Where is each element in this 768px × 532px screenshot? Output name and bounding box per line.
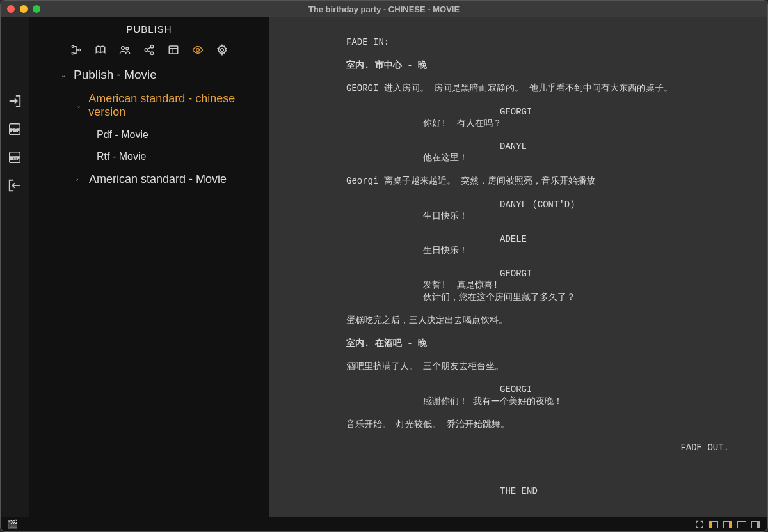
tree-item-pdf-movie[interactable]: Pdf - Movie (29, 124, 269, 146)
sidebar-title: PUBLISH (29, 24, 269, 35)
svg-point-8 (126, 47, 129, 50)
export-icon[interactable] (6, 177, 23, 194)
the-end: THE END (500, 485, 729, 497)
character-cue: ADELE (500, 233, 729, 245)
svg-text:RTF: RTF (10, 155, 20, 161)
dialogue-line: 你好! 有人在吗？ (423, 118, 652, 129)
character-cue: GEORGI (500, 384, 729, 395)
statusbar: 🎬 (1, 517, 767, 531)
svg-point-9 (150, 45, 154, 49)
tree-item-american-standard-movie[interactable]: › American standard - Movie (29, 168, 269, 191)
tree-icon[interactable] (70, 43, 83, 56)
eye-icon[interactable] (191, 43, 204, 56)
svg-point-11 (150, 52, 154, 55)
action-line: Georgi 离桌子越来越近。 突然，房间被照亮，音乐开始播放 (346, 175, 729, 187)
sidebar-toolbar (29, 40, 269, 63)
dialogue-line: 生日快乐！ (423, 210, 652, 222)
scene-heading: 室内. 在酒吧 - 晚 (346, 338, 729, 349)
character-cue: GEORGI (500, 268, 729, 279)
dialogue-line: 生日快乐！ (423, 245, 652, 256)
tree-item-american-standard-chinese[interactable]: ⌄ American standard - chinese version (29, 87, 269, 124)
clapperboard-icon[interactable]: 🎬 (7, 520, 17, 529)
sidebar: PUBLISH (29, 17, 269, 517)
chevron-right-icon: › (76, 176, 84, 183)
screenplay-preview: FADE IN: 室内. 市中心 - 晚 GEORGI 进入房间。 房间是黑暗而… (269, 17, 767, 517)
titlebar: The birthday party - CHINESE - MOVIE (1, 1, 767, 17)
share-icon[interactable] (143, 43, 156, 56)
tree-item-label: American standard - Movie (89, 173, 227, 186)
people-icon[interactable] (118, 43, 131, 56)
svg-point-6 (79, 49, 81, 51)
tree-item-label: Pdf - Movie (97, 129, 148, 141)
layout-left-panel-icon[interactable] (708, 520, 719, 529)
tree-item-rtf-movie[interactable]: Rtf - Movie (29, 146, 269, 168)
chevron-down-icon: ⌄ (61, 72, 68, 79)
scene-heading: 室内. 市中心 - 晚 (346, 59, 729, 71)
dialogue-line: 他在这里！ (423, 152, 652, 164)
dialogue-line: 发誓! 真是惊喜! 伙计们，您在这个房间里藏了多久了？ (423, 279, 652, 302)
fade-out: FADE OUT. (308, 442, 729, 453)
character-cue: GEORGI (500, 106, 729, 118)
window-close-button[interactable] (7, 5, 15, 13)
window-title: The birthday party - CHINESE - MOVIE (1, 4, 767, 14)
svg-point-4 (72, 45, 74, 47)
layout-right-panel-alt-icon[interactable] (751, 520, 761, 529)
layout-single-icon[interactable] (737, 520, 747, 529)
pdf-icon[interactable]: PDF (6, 121, 23, 137)
action-line: 酒吧里挤满了人。 三个朋友去柜台坐。 (346, 361, 729, 372)
rtf-icon[interactable]: RTF (6, 149, 23, 166)
left-rail: PDF RTF (1, 17, 29, 517)
tree-item-label: American standard - chinese version (88, 92, 263, 119)
svg-point-10 (145, 49, 148, 52)
svg-rect-12 (169, 46, 178, 54)
window-minimize-button[interactable] (20, 5, 28, 13)
tree-item-label: Publish - Movie (74, 68, 157, 82)
svg-point-13 (196, 49, 200, 52)
svg-point-7 (122, 47, 125, 50)
svg-text:PDF: PDF (10, 127, 20, 133)
tree-item-publish-movie[interactable]: ⌄ Publish - Movie (29, 63, 269, 87)
chevron-down-icon: ⌄ (76, 102, 83, 109)
window-maximize-button[interactable] (33, 5, 40, 13)
tree-item-label: Rtf - Movie (97, 151, 146, 162)
svg-point-14 (221, 49, 224, 52)
fade-in: FADE IN: (346, 36, 729, 48)
publish-tree: ⌄ Publish - Movie ⌄ American standard - … (29, 63, 269, 191)
import-icon[interactable] (6, 93, 23, 109)
action-line: GEORGI 进入房间。 房间是黑暗而寂静的。 他几乎看不到中间有大东西的桌子。 (346, 82, 729, 94)
character-cue: DANYL (CONT'D) (500, 199, 729, 210)
action-line: 蛋糕吃完之后，三人决定出去喝点饮料。 (346, 315, 729, 326)
layout-right-panel-icon[interactable] (723, 520, 733, 529)
dialogue-line: 感谢你们！ 我有一个美好的夜晚！ (423, 396, 652, 407)
gear-icon[interactable] (216, 43, 228, 56)
svg-point-5 (72, 52, 74, 54)
fullscreen-icon[interactable] (694, 520, 705, 529)
book-icon[interactable] (94, 43, 107, 56)
layout-icon[interactable] (167, 43, 180, 56)
character-cue: DANYL (500, 141, 729, 152)
action-line: 音乐开始。 灯光较低。 乔治开始跳舞。 (346, 419, 729, 430)
